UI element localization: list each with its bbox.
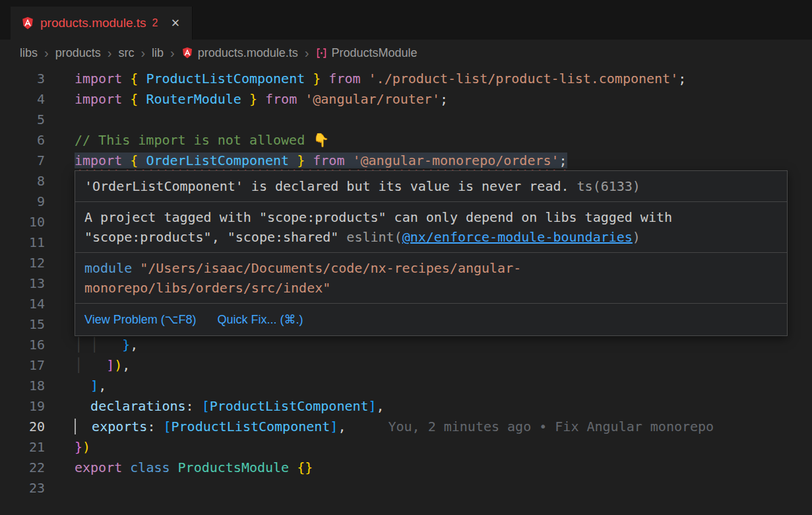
breadcrumb-item-products[interactable]: products: [55, 46, 101, 60]
code-text: [45, 232, 75, 253]
eslint-source-suffix: ): [633, 229, 640, 245]
breadcrumb-separator: ›: [141, 46, 145, 61]
line-number[interactable]: 15: [0, 314, 45, 335]
code-text: [45, 212, 75, 232]
line-number[interactable]: 17: [0, 355, 45, 376]
line-number[interactable]: 10: [0, 212, 45, 232]
code-text: [45, 253, 75, 273]
hover-actions: View Problem (⌥F8) Quick Fix... (⌘.): [75, 304, 787, 335]
code-line[interactable]: 4import { RouterModule } from '@angular/…: [0, 89, 812, 110]
angular-icon: [21, 17, 34, 30]
code-text: exports: [ProductListComponent],You, 2 m…: [45, 417, 714, 437]
eslint-source-prefix: eslint(: [346, 229, 402, 245]
breadcrumb-label: products.module.ts: [198, 46, 298, 60]
code-text: [45, 171, 75, 191]
tab-bar: products.module.ts 2 ×: [0, 0, 812, 40]
breadcrumb: libs›products›src›lib›products.module.ts…: [0, 40, 812, 66]
code-line[interactable]: 18 ],: [0, 376, 812, 396]
code-text: import { OrderListComponent } from '@ang…: [45, 151, 567, 171]
tab-title: products.module.ts: [40, 16, 146, 30]
hover-ts-message: 'OrderListComponent' is declared but its…: [75, 171, 787, 202]
line-number[interactable]: 21: [0, 437, 45, 458]
code-line[interactable]: 23: [0, 478, 812, 498]
tab-problems-badge: 2: [152, 17, 158, 29]
angular-icon: [181, 47, 193, 59]
code-line[interactable]: 17│ ]),: [0, 355, 812, 376]
code-text: │ ]),: [45, 355, 130, 376]
hover-module-info: module"/Users/isaac/Documents/code/nx-re…: [75, 253, 787, 304]
line-number[interactable]: 20: [0, 417, 45, 437]
editor: 3import { ProductListComponent } from '.…: [0, 66, 812, 515]
git-blame-annotation: You, 2 minutes ago • Fix Angular monorep…: [388, 419, 714, 434]
error-underline-region: import { OrderListComponent } from '@ang…: [75, 153, 567, 168]
breadcrumb-item-productsmodule[interactable]: ProductsModule: [316, 46, 418, 60]
breadcrumb-separator: ›: [305, 46, 309, 61]
breadcrumb-item-src[interactable]: src: [118, 46, 134, 60]
code-line[interactable]: 21}): [0, 437, 812, 458]
breadcrumb-label: products: [55, 46, 101, 60]
module-keyword: module: [84, 260, 132, 276]
code-text: [45, 191, 75, 212]
code-text: [45, 110, 75, 130]
code-text: // This import is not allowed 👇: [45, 130, 329, 151]
line-number[interactable]: 3: [0, 69, 45, 89]
breadcrumb-label: ProductsModule: [332, 46, 418, 60]
breadcrumb-label: src: [118, 46, 134, 60]
code-text: import { ProductListComponent } from './…: [45, 69, 686, 89]
code-text: [45, 294, 75, 314]
code-line[interactable]: 20 exports: [ProductListComponent],You, …: [0, 417, 812, 437]
tab-close-icon[interactable]: ×: [169, 16, 181, 30]
line-number[interactable]: 6: [0, 130, 45, 151]
line-number[interactable]: 13: [0, 273, 45, 294]
code-text: }): [45, 437, 90, 458]
ts-error-code: ts(6133): [577, 178, 640, 194]
quick-fix-link[interactable]: Quick Fix... (⌘.): [217, 310, 303, 329]
line-number[interactable]: 7: [0, 151, 45, 171]
code-text: [45, 273, 75, 294]
eslint-rule-link[interactable]: @nx/enforce-module-boundaries: [402, 229, 633, 245]
hover-tooltip: 'OrderListComponent' is declared but its…: [75, 170, 788, 336]
code-text: ],: [45, 376, 106, 396]
code-line[interactable]: 5: [0, 110, 812, 130]
breadcrumb-item-products-module-ts[interactable]: products.module.ts: [181, 46, 298, 60]
line-number[interactable]: 9: [0, 191, 45, 212]
code-line[interactable]: 22export class ProductsModule {}: [0, 458, 812, 478]
editor-tab[interactable]: products.module.ts 2 ×: [11, 7, 193, 40]
line-number[interactable]: 5: [0, 110, 45, 130]
breadcrumb-item-lib[interactable]: lib: [152, 46, 164, 60]
code-text: │ │ },: [45, 335, 138, 355]
breadcrumb-separator: ›: [44, 46, 49, 61]
breadcrumb-item-libs[interactable]: libs: [20, 46, 38, 60]
code-line[interactable]: 7import { OrderListComponent } from '@an…: [0, 151, 812, 171]
line-number[interactable]: 11: [0, 232, 45, 253]
code-text: [45, 478, 75, 498]
code-line[interactable]: 19 declarations: [ProductListComponent],: [0, 396, 812, 417]
line-number[interactable]: 12: [0, 253, 45, 273]
code-text: export class ProductsModule {}: [45, 458, 313, 478]
line-number[interactable]: 4: [0, 89, 45, 110]
hover-eslint-message: A project tagged with "scope:products" c…: [75, 202, 787, 253]
code-line[interactable]: 16│ │ },: [0, 335, 812, 355]
line-number[interactable]: 16: [0, 335, 45, 355]
line-number[interactable]: 19: [0, 396, 45, 417]
breadcrumb-separator: ›: [170, 46, 175, 61]
module-path: "/Users/isaac/Documents/code/nx-recipes/…: [84, 260, 521, 296]
line-number[interactable]: 14: [0, 294, 45, 314]
breadcrumb-separator: ›: [108, 46, 112, 61]
vscode-window: products.module.ts 2 × libs›products›src…: [0, 0, 812, 515]
code-text: import { RouterModule } from '@angular/r…: [45, 89, 448, 110]
breadcrumb-label: libs: [20, 46, 38, 60]
line-number[interactable]: 18: [0, 376, 45, 396]
breadcrumb-label: lib: [152, 46, 164, 60]
line-number[interactable]: 8: [0, 171, 45, 191]
code-line[interactable]: 3import { ProductListComponent } from '.…: [0, 69, 812, 89]
view-problem-link[interactable]: View Problem (⌥F8): [84, 310, 196, 329]
ts-message-text: 'OrderListComponent' is declared but its…: [84, 178, 569, 194]
line-number[interactable]: 23: [0, 478, 45, 498]
code-text: declarations: [ProductListComponent],: [45, 396, 385, 417]
code-line[interactable]: 6// This import is not allowed 👇: [0, 130, 812, 151]
line-number[interactable]: 22: [0, 458, 45, 478]
module-symbol-icon: [316, 48, 327, 59]
